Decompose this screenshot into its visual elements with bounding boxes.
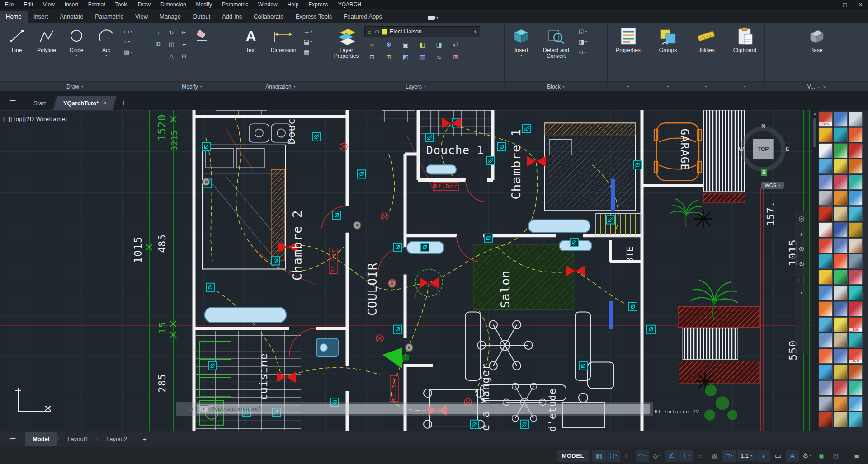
ribbon-tab-parametric[interactable]: Parametric <box>89 11 129 23</box>
annotation-visibility-icon[interactable]: + <box>757 450 770 462</box>
viewcube-south[interactable]: S <box>761 169 767 176</box>
menu-modify[interactable]: Modify <box>191 0 217 9</box>
palette-icon-1[interactable] <box>834 112 848 127</box>
ribbon-tab-insert[interactable]: Insert <box>28 11 54 23</box>
ribbon-display-toggle[interactable]: ▾ <box>424 15 442 21</box>
palette-icon-10[interactable] <box>834 159 848 174</box>
properties-panel-label[interactable]: ▾ <box>608 81 649 91</box>
annotation-scale-icon[interactable]: A <box>786 450 799 462</box>
move-tool-icon[interactable]: + <box>153 27 165 38</box>
palette-icon-44[interactable] <box>849 333 863 348</box>
utilities-button[interactable]: Utilities <box>690 25 722 53</box>
selection-cycling-icon[interactable]: □▾ <box>722 450 736 462</box>
menu-view[interactable]: View <box>38 0 60 9</box>
palette-scrollbar[interactable]: ▲ <box>812 110 818 431</box>
command-close-icon[interactable]: ✕ <box>179 406 184 412</box>
layout-tab-layout1[interactable]: Layout1 <box>60 432 95 446</box>
palette-icon-17[interactable] <box>849 191 863 206</box>
fillet-tool-icon[interactable]: ⌐ <box>178 39 190 50</box>
layer-lock2-icon[interactable]: ▥ <box>415 52 430 62</box>
scale-tool-icon[interactable]: △ <box>165 51 177 61</box>
palette-icon-0[interactable]: SYS <box>819 112 833 127</box>
ellipse-tool-icon[interactable]: ○▾ <box>122 37 134 46</box>
layer-delete-icon[interactable]: ⊠ <box>448 52 463 62</box>
palette-icon-42[interactable] <box>819 333 833 348</box>
new-layout-button[interactable]: + <box>139 433 151 445</box>
palette-icon-14[interactable] <box>849 175 863 190</box>
palette-icon-13[interactable] <box>834 175 848 190</box>
palette-icon-7[interactable] <box>834 143 848 158</box>
maximize-button[interactable]: ▢ <box>837 0 853 9</box>
palette-icon-27[interactable] <box>819 254 833 269</box>
polyline-button[interactable]: Polyline <box>33 25 61 53</box>
clean-screen-button[interactable]: ▣ <box>850 450 863 462</box>
layer-lock-icon[interactable]: ▣ <box>398 39 413 50</box>
palette-icon-54[interactable] <box>819 396 833 411</box>
array-tool-icon[interactable]: ⊞ <box>178 51 190 61</box>
isolate-objects-icon[interactable]: ⊡ <box>829 450 843 462</box>
hatch-tool-icon[interactable]: ▨▾ <box>122 48 134 56</box>
show-motion-icon[interactable]: ▭ <box>798 276 805 284</box>
command-line[interactable]: ✕ ⚙ › Type a command <box>176 402 653 416</box>
groups-button[interactable]: Groups <box>652 25 684 53</box>
palette-icon-9[interactable] <box>819 159 833 174</box>
palette-icon-55[interactable] <box>834 396 848 411</box>
transparency-icon[interactable]: ▨ <box>708 450 722 462</box>
command-input[interactable]: › Type a command <box>197 404 650 414</box>
palette-icon-4[interactable] <box>834 127 848 142</box>
menu-tools[interactable]: Tools <box>110 0 133 9</box>
properties-button[interactable]: Properties <box>611 25 646 53</box>
rotate-tool-icon[interactable]: ↻ <box>165 27 177 38</box>
circle-button[interactable]: Circle ▾ <box>62 25 90 57</box>
menu-dimension[interactable]: Dimension <box>156 0 191 9</box>
palette-icon-18[interactable] <box>819 206 833 221</box>
file-tab-menu-icon[interactable]: ☰ <box>0 91 25 110</box>
orbit-icon[interactable]: ↻ <box>799 260 805 268</box>
utilities-panel-label[interactable]: ▾ <box>687 81 725 91</box>
customize-icon[interactable]: ⚙ <box>188 406 193 412</box>
scrollbar-thumb[interactable] <box>813 118 816 147</box>
table-icon[interactable]: ▦▾ <box>302 48 314 56</box>
palette-icon-23[interactable] <box>849 222 863 237</box>
palette-icon-58[interactable] <box>834 412 848 427</box>
layers-panel-label[interactable]: Layers▾ <box>327 81 504 91</box>
layer-freeze-icon[interactable]: ❄ <box>381 39 396 50</box>
viewcube-top-face[interactable]: TOP <box>753 139 774 159</box>
ribbon-tab-view[interactable]: View <box>129 11 154 23</box>
detect-convert-button[interactable]: Detect and Convert <box>537 25 575 59</box>
viewcube-north[interactable]: N <box>761 123 765 129</box>
ribbon-tab-output[interactable]: Output <box>187 11 216 23</box>
palette-icon-33[interactable] <box>819 286 833 300</box>
palette-icon-50[interactable] <box>849 365 863 380</box>
pan-icon[interactable]: + <box>800 230 804 238</box>
palette-icon-26[interactable] <box>849 238 863 253</box>
layout-tab-model[interactable]: Model <box>25 432 57 446</box>
object-snap-tracking-icon[interactable]: ∠ <box>665 450 678 462</box>
viewcube-east[interactable]: E <box>786 146 789 152</box>
dimension-button[interactable]: Dimension <box>267 25 300 53</box>
trim-tool-icon[interactable]: ✂ <box>178 27 190 38</box>
ribbon-tab-annotate[interactable]: Annotate <box>54 11 89 23</box>
palette-icon-6[interactable] <box>819 143 833 158</box>
set-base-point-icon[interactable]: ⊙▾ <box>577 48 589 56</box>
viewport-controls-label[interactable]: [−][Top][2D Wireframe] <box>3 116 67 122</box>
palette-icon-57[interactable] <box>819 412 833 427</box>
scroll-up-icon[interactable]: ▲ <box>813 112 817 116</box>
graphics-performance-icon[interactable]: ◉ <box>815 450 828 462</box>
palette-icon-45[interactable] <box>819 349 833 364</box>
layer-unisolate-icon[interactable]: ◨ <box>431 39 447 50</box>
palette-icon-20[interactable] <box>849 206 863 221</box>
drawing-canvas[interactable]: Chambre 2 Chambre 1 Douche 1 Douc COULOI… <box>0 110 812 431</box>
file-tab-start[interactable]: Start <box>24 96 56 110</box>
palette-icon-22[interactable] <box>834 222 848 237</box>
close-button[interactable]: ✕ <box>853 0 868 9</box>
isometric-drafting-icon[interactable]: ◇▾ <box>650 450 664 462</box>
palette-icon-11[interactable] <box>849 159 863 174</box>
viewcube[interactable]: TOP N E S W <box>738 124 788 174</box>
palette-icon-19[interactable] <box>834 206 848 221</box>
file-tab-current[interactable]: YQarchTuto* × <box>53 96 116 110</box>
multileader-icon[interactable]: ▤▾ <box>302 37 314 46</box>
new-drawing-button[interactable]: + <box>116 96 131 110</box>
palette-icon-28[interactable] <box>834 254 848 269</box>
palette-icon-2[interactable] <box>849 112 863 127</box>
